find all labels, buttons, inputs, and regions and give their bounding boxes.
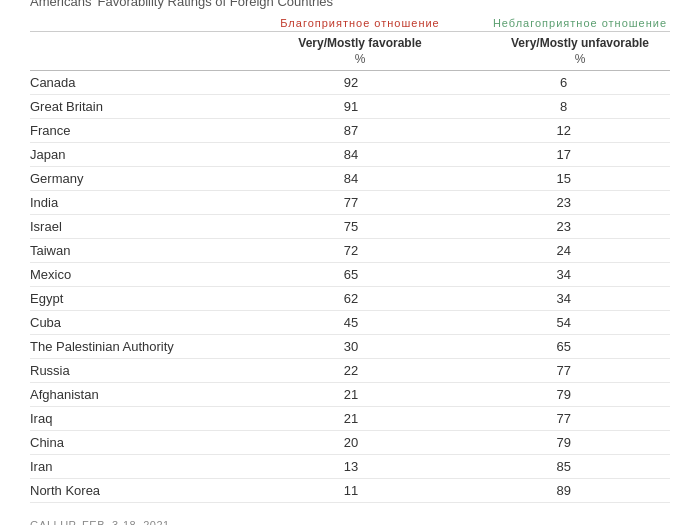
country-cell: Taiwan <box>30 239 245 263</box>
country-cell: Russia <box>30 359 245 383</box>
favorable-cell: 87 <box>245 119 458 143</box>
unfavorable-cell: 24 <box>457 239 670 263</box>
country-cell: France <box>30 119 245 143</box>
table-row: Iraq2177 <box>30 407 670 431</box>
table-row: Mexico6534 <box>30 263 670 287</box>
table-row: Cuba4554 <box>30 311 670 335</box>
country-cell: North Korea <box>30 479 245 503</box>
favorable-cell: 84 <box>245 143 458 167</box>
favorable-cell: 22 <box>245 359 458 383</box>
country-cell: Canada <box>30 71 245 95</box>
chart-title: Americans' Favorability Ratings of Forei… <box>30 0 670 9</box>
data-table: Canada926Great Britain918France8712Japan… <box>30 70 670 503</box>
favorable-header-label: Благоприятное отношение <box>250 17 470 29</box>
unfavorable-cell: 23 <box>457 215 670 239</box>
unfavorable-pct-label: % <box>470 52 690 66</box>
favorable-cell: 62 <box>245 287 458 311</box>
table-row: Canada926 <box>30 71 670 95</box>
unfavorable-cell: 65 <box>457 335 670 359</box>
favorable-cell: 20 <box>245 431 458 455</box>
country-cell: Afghanistan <box>30 383 245 407</box>
table-row: Taiwan7224 <box>30 239 670 263</box>
country-cell: The Palestinian Authority <box>30 335 245 359</box>
unfavorable-cell: 89 <box>457 479 670 503</box>
unfavorable-header-label: Неблагоприятное отношение <box>470 17 690 29</box>
header-top-row: Благоприятное отношение Неблагоприятное … <box>30 17 670 29</box>
unfavorable-cell: 12 <box>457 119 670 143</box>
table-row: Afghanistan2179 <box>30 383 670 407</box>
table-row: Israel7523 <box>30 215 670 239</box>
table-row: Great Britain918 <box>30 95 670 119</box>
unfavorable-cell: 23 <box>457 191 670 215</box>
country-cell: Mexico <box>30 263 245 287</box>
table-row: North Korea1189 <box>30 479 670 503</box>
header-row: Very/Mostly favorable % Very/Mostly unfa… <box>30 31 670 66</box>
table-row: India7723 <box>30 191 670 215</box>
country-cell: India <box>30 191 245 215</box>
unfavorable-cell: 6 <box>457 71 670 95</box>
unfavorable-cell: 85 <box>457 455 670 479</box>
favorable-cell: 72 <box>245 239 458 263</box>
country-cell: Cuba <box>30 311 245 335</box>
favorable-cell: 75 <box>245 215 458 239</box>
country-cell: Iran <box>30 455 245 479</box>
table-row: Germany8415 <box>30 167 670 191</box>
favorable-cell: 21 <box>245 407 458 431</box>
favorable-cell: 45 <box>245 311 458 335</box>
favorable-col-header: Very/Mostly favorable % <box>250 36 470 66</box>
table-row: The Palestinian Authority3065 <box>30 335 670 359</box>
favorable-cell: 84 <box>245 167 458 191</box>
unfavorable-cell: 79 <box>457 383 670 407</box>
table-row: Egypt6234 <box>30 287 670 311</box>
table-row: Iran1385 <box>30 455 670 479</box>
favorable-sublabel: Very/Mostly favorable <box>250 36 470 50</box>
table-row: China2079 <box>30 431 670 455</box>
unfavorable-cell: 77 <box>457 407 670 431</box>
country-cell: Iraq <box>30 407 245 431</box>
table-row: Russia2277 <box>30 359 670 383</box>
country-cell: Great Britain <box>30 95 245 119</box>
country-cell: China <box>30 431 245 455</box>
unfavorable-cell: 79 <box>457 431 670 455</box>
favorable-cell: 13 <box>245 455 458 479</box>
country-cell: Germany <box>30 167 245 191</box>
country-cell: Japan <box>30 143 245 167</box>
unfavorable-sublabel: Very/Mostly unfavorable <box>470 36 690 50</box>
favorable-cell: 11 <box>245 479 458 503</box>
unfavorable-cell: 15 <box>457 167 670 191</box>
unfavorable-cell: 8 <box>457 95 670 119</box>
country-col-header <box>30 36 250 66</box>
main-container: Americans' Favorability Ratings of Forei… <box>20 0 680 525</box>
unfavorable-cell: 34 <box>457 287 670 311</box>
favorable-cell: 77 <box>245 191 458 215</box>
unfavorable-cell: 77 <box>457 359 670 383</box>
favorable-cell: 91 <box>245 95 458 119</box>
table-row: France8712 <box>30 119 670 143</box>
favorable-cell: 21 <box>245 383 458 407</box>
unfavorable-cell: 54 <box>457 311 670 335</box>
country-cell: Israel <box>30 215 245 239</box>
favorable-cell: 92 <box>245 71 458 95</box>
unfavorable-cell: 17 <box>457 143 670 167</box>
favorable-pct-label: % <box>250 52 470 66</box>
table-row: Japan8417 <box>30 143 670 167</box>
country-col-spacer <box>30 17 250 29</box>
country-cell: Egypt <box>30 287 245 311</box>
favorable-cell: 65 <box>245 263 458 287</box>
footer-label: GALLUP, FEB. 3-18, 2021 <box>30 519 670 525</box>
favorable-cell: 30 <box>245 335 458 359</box>
unfavorable-col-header: Very/Mostly unfavorable % <box>470 36 690 66</box>
unfavorable-cell: 34 <box>457 263 670 287</box>
